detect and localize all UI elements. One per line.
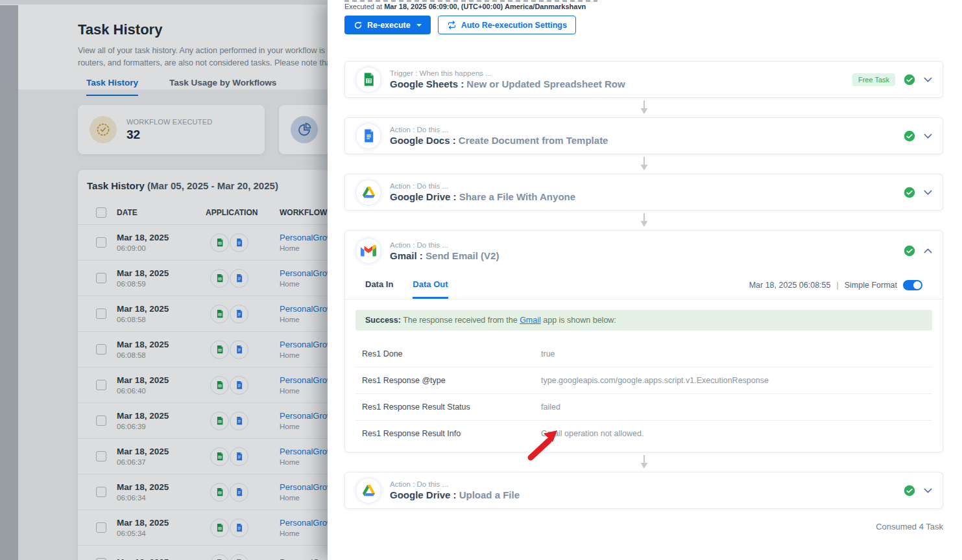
auto-re-execution-settings-button[interactable]: Auto Re-execution Settings <box>438 16 576 34</box>
execution-timestamp: Mar 18, 2025 06:08:55 <box>749 281 831 290</box>
connector-arrow-icon <box>344 452 943 472</box>
success-banner: Success: The response received from the … <box>355 310 932 331</box>
chevron-down-icon[interactable] <box>924 488 932 493</box>
field-row: Res1 Response Result Status failed <box>355 394 932 421</box>
refresh-icon <box>354 21 363 30</box>
step-card-gmail: Action : Do this ... Gmail : Send Email … <box>344 230 943 452</box>
response-fields: Res1 Done true Res1 Response @type type.… <box>355 341 932 452</box>
chevron-down-icon[interactable] <box>924 190 932 195</box>
success-check-icon <box>904 74 915 86</box>
red-annotation-arrow <box>524 426 563 463</box>
chevron-down-icon[interactable] <box>924 134 932 139</box>
success-check-icon <box>904 485 915 496</box>
connector-arrow-icon <box>344 154 943 174</box>
repeat-icon <box>447 20 457 30</box>
simple-format-label: Simple Format <box>845 281 897 290</box>
free-task-badge: Free Task <box>852 73 895 86</box>
field-row: Res1 Response Result Info Gmail operatio… <box>355 421 932 447</box>
google-docs-icon <box>355 123 381 149</box>
gmail-step-header[interactable]: Action : Do this ... Gmail : Send Email … <box>345 231 943 271</box>
executed-at-line: Executed at Mar 18, 2025 06:09:00, (UTC+… <box>344 3 943 10</box>
connector-arrow-icon <box>344 211 943 230</box>
tab-data-out[interactable]: Data Out <box>413 271 448 299</box>
step-card-google-drive-upload[interactable]: Action : Do this ... Google Drive : Uplo… <box>344 472 943 509</box>
gmail-link[interactable]: Gmail <box>520 316 541 325</box>
gmail-data-tabs: Data In Data Out Mar 18, 2025 06:08:55 |… <box>345 271 943 299</box>
re-execute-button[interactable]: Re-execute <box>344 16 431 34</box>
consumed-task-label: Consumed 4 Task <box>344 522 943 531</box>
step-card-google-drive-share[interactable]: Action : Do this ... Google Drive : Shar… <box>344 174 943 211</box>
connector-arrow-icon <box>344 98 943 117</box>
caret-down-icon <box>416 24 422 29</box>
tab-data-in[interactable]: Data In <box>365 271 393 299</box>
google-drive-icon <box>355 180 381 205</box>
simple-format-toggle[interactable] <box>903 280 922 290</box>
field-row: Res1 Done true <box>355 341 932 368</box>
chevron-up-icon[interactable] <box>924 248 932 253</box>
google-drive-icon <box>355 478 381 504</box>
step-card-google-docs[interactable]: Action : Do this ... Google Docs : Creat… <box>344 117 943 154</box>
success-check-icon <box>904 130 915 142</box>
google-sheets-icon <box>355 67 381 93</box>
success-check-icon <box>904 187 915 198</box>
field-row: Res1 Response @type type.googleapis.com/… <box>355 368 932 394</box>
gmail-icon <box>355 238 381 264</box>
chevron-down-icon[interactable] <box>924 77 932 82</box>
clipped-title <box>344 0 597 2</box>
step-card-google-sheets[interactable]: Trigger : When this happens ... Google S… <box>344 61 943 98</box>
success-check-icon <box>904 245 915 257</box>
executed-at-value: Mar 18, 2025 06:09:00, (UTC+00:00) Ameri… <box>384 3 586 10</box>
execution-detail-drawer: Executed at Mar 18, 2025 06:09:00, (UTC+… <box>328 0 962 560</box>
